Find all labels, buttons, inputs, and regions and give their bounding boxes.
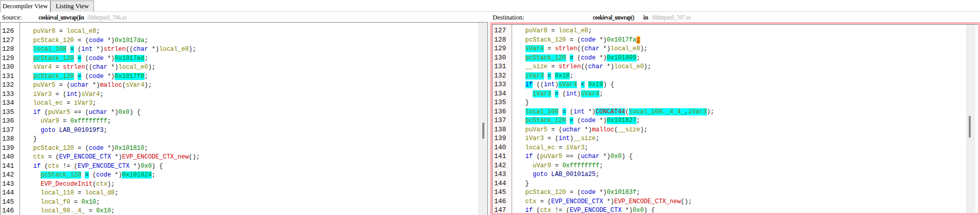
code-token[interactable]: local_ec (33, 100, 63, 107)
code-token[interactable] (514, 207, 525, 213)
code-token[interactable]: malloc (592, 126, 614, 133)
code-token[interactable]: *) (89, 82, 100, 89)
code-token[interactable]: __size (618, 126, 640, 133)
code-token[interactable]: ( (93, 181, 96, 188)
code-token[interactable] (514, 36, 525, 44)
code-token[interactable]: ) (577, 90, 580, 97)
code-token[interactable]: local_108 (525, 108, 559, 115)
code-token[interactable]: = (56, 28, 67, 35)
code-line[interactable]: if (ctx != (EVP_ENCODE_CTX *)0x0) { (22, 162, 163, 171)
code-token[interactable]: ); (644, 63, 651, 70)
code-token[interactable]: local_98._4_ (41, 207, 85, 214)
code-token[interactable]: local_f0 (41, 199, 70, 206)
code-line[interactable]: __size = strlen((char *)local_e0); (514, 63, 651, 71)
code-line[interactable]: pcStack_120 = (code *)0x1017da; (22, 36, 148, 45)
code-line[interactable]: local_110 = local_d8; (22, 189, 118, 198)
source-vertical-scrollbar[interactable] (479, 23, 487, 215)
code-token[interactable]: puVar5 (33, 82, 56, 89)
code-token[interactable] (514, 108, 525, 115)
code-token[interactable]: uchar (89, 109, 107, 116)
code-token[interactable]: ( (41, 163, 48, 170)
code-token[interactable]: = (85, 207, 96, 214)
code-token[interactable] (22, 100, 33, 107)
code-token[interactable]: local_e8 (558, 27, 588, 34)
code-token[interactable]: int (558, 135, 570, 142)
code-token[interactable]: ; (595, 171, 599, 178)
code-token[interactable]: local_108._4_4_ (629, 108, 684, 115)
code-token[interactable]: LAB_00101a25 (551, 171, 595, 178)
code-token[interactable]: sVar4 (581, 90, 600, 97)
code-token[interactable]: 0x1017ed (115, 55, 144, 62)
code-token[interactable]: iVar3 (33, 91, 52, 98)
code-token[interactable]: } (514, 99, 529, 106)
code-token[interactable]: sVar4 (525, 45, 544, 52)
code-token[interactable]: ( (122, 82, 125, 89)
code-token[interactable]: = (70, 199, 82, 206)
code-token[interactable]: local_e0 (118, 64, 148, 71)
code-token[interactable] (558, 108, 562, 115)
code-token[interactable]: ); (144, 82, 152, 89)
code-token[interactable]: sVar4 (33, 64, 52, 71)
code-token[interactable]: code (89, 55, 104, 62)
code-token[interactable] (22, 199, 41, 206)
code-token[interactable]: 0x0 (610, 153, 622, 160)
code-token[interactable]: pcStack_120 (41, 171, 81, 179)
code-token[interactable]: *) (600, 153, 611, 160)
code-token[interactable]: *) (595, 189, 607, 196)
code-token[interactable]: 0x10 (81, 199, 96, 206)
code-token[interactable]: code (96, 171, 111, 179)
code-line[interactable]: pcStack_120 = (code *)0x101810; (22, 144, 148, 153)
code-token[interactable]: ; (144, 145, 148, 152)
code-token[interactable]: ) { (603, 81, 614, 88)
code-line[interactable]: pcStack_120 = (code *)0x1017fa; (514, 36, 640, 45)
code-token[interactable]: = ( (544, 135, 559, 142)
code-token[interactable]: *) (603, 198, 614, 205)
code-token[interactable] (22, 118, 41, 125)
code-token[interactable]: = ( (566, 36, 581, 44)
code-line[interactable]: if (ctx != (EVP_ENCODE_CTX *)0x0) { (514, 206, 655, 213)
code-token[interactable]: *) (581, 126, 592, 133)
code-token[interactable]: 0xffffffff (70, 118, 107, 125)
code-token[interactable]: code (581, 36, 596, 44)
code-token[interactable] (22, 73, 33, 80)
code-token[interactable]: EVP_ENCODE_CTX_new (614, 198, 681, 205)
code-token[interactable]: 0x1017f8 (115, 73, 144, 80)
code-token[interactable] (514, 117, 525, 124)
code-token[interactable]: = (555, 144, 566, 151)
code-token[interactable]: 0x1017da (115, 37, 144, 44)
code-token[interactable]: int (566, 90, 577, 97)
code-token[interactable] (514, 54, 525, 62)
code-token[interactable] (544, 72, 548, 80)
code-token[interactable]: pcStack_120 (33, 37, 74, 44)
code-token[interactable]: (( (85, 64, 92, 71)
code-line[interactable]: ctx = (EVP_ENCODE_CTX *)EVP_ENCODE_CTX_n… (514, 198, 692, 206)
code-token[interactable]: < (581, 81, 585, 88)
code-token[interactable]: local_110 (41, 189, 74, 197)
code-line[interactable]: ctx = (EVP_ENCODE_CTX *)EVP_ENCODE_CTX_n… (22, 153, 200, 162)
code-token[interactable]: 0x0 (140, 163, 152, 170)
code-token[interactable]: puVar5 (48, 109, 70, 116)
code-token[interactable]: char (588, 63, 603, 70)
code-token[interactable]: 0xffffffff (562, 162, 600, 169)
code-token[interactable]: 0x0 (632, 207, 644, 213)
code-token[interactable] (514, 90, 533, 97)
code-token[interactable]: *) (130, 163, 141, 170)
code-token[interactable]: = (548, 72, 551, 80)
code-token[interactable] (514, 135, 525, 142)
code-token[interactable] (22, 64, 33, 71)
code-token[interactable] (514, 27, 525, 34)
code-token[interactable]: ; (637, 54, 640, 62)
code-token[interactable]: uVar9 (533, 162, 551, 169)
code-token[interactable]: != ( (59, 163, 78, 170)
code-token[interactable]: = ( (548, 126, 562, 133)
code-token[interactable] (22, 145, 33, 152)
code-line[interactable]: EVP_DecodeInit(ctx); (22, 180, 115, 189)
code-token[interactable]: ctx (96, 181, 107, 188)
code-token[interactable]: puVar5 (540, 153, 562, 160)
code-token[interactable]: ); (640, 45, 647, 52)
code-token[interactable]: malloc (100, 82, 122, 89)
code-token[interactable]: ; (637, 189, 640, 196)
code-token[interactable] (22, 171, 41, 179)
code-token[interactable]: int (573, 108, 585, 115)
code-line[interactable]: puVar8 = local_e8; (22, 27, 100, 36)
